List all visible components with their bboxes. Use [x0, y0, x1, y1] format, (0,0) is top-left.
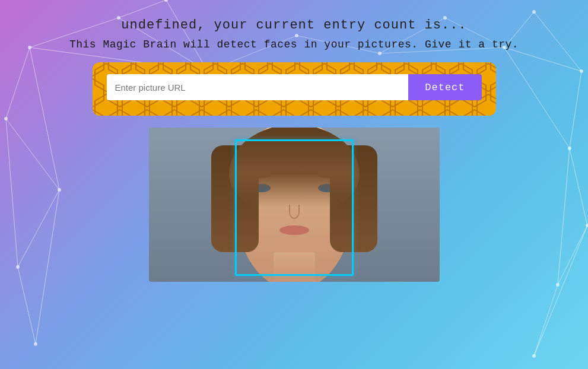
detect-button[interactable]: Detect [408, 74, 481, 100]
svg-line-20 [534, 285, 558, 356]
tagline-text: This Magic Brain will detect faces in yo… [69, 39, 519, 50]
svg-point-34 [34, 342, 37, 346]
face-detection-area [149, 128, 440, 282]
input-row: Detect [93, 62, 496, 112]
entry-count-display: undefined, your current entry count is..… [121, 18, 466, 33]
svg-point-41 [532, 354, 536, 358]
face-detection-box [235, 139, 354, 276]
input-bar-container: Detect [93, 62, 496, 116]
url-input[interactable] [107, 74, 409, 100]
svg-point-40 [556, 283, 560, 287]
